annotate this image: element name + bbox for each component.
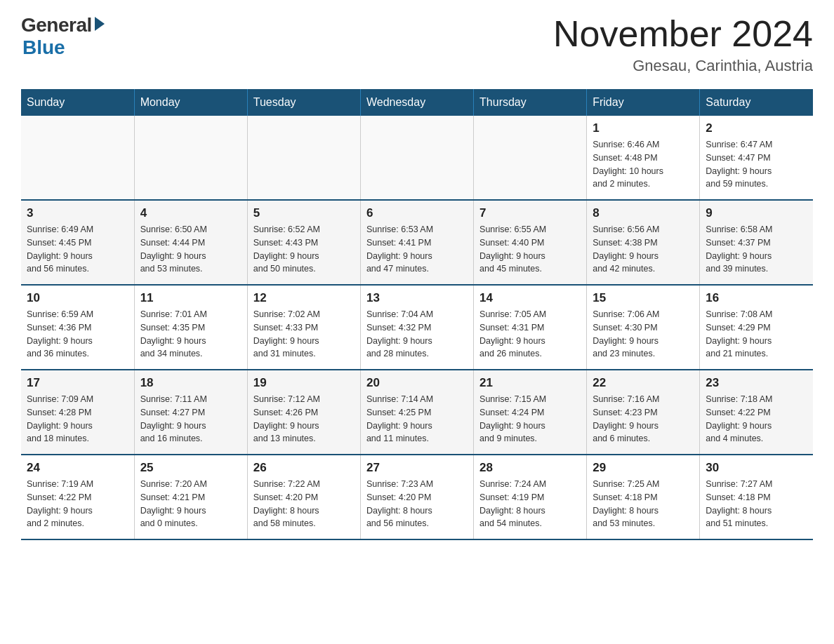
day-info: Sunrise: 6:52 AM Sunset: 4:43 PM Dayligh… [253,223,355,276]
week-row-3: 10Sunrise: 6:59 AM Sunset: 4:36 PM Dayli… [21,285,813,370]
day-info: Sunrise: 7:22 AM Sunset: 4:20 PM Dayligh… [253,478,355,530]
calendar-cell: 28Sunrise: 7:24 AM Sunset: 4:19 PM Dayli… [474,455,587,539]
day-info: Sunrise: 6:46 AM Sunset: 4:48 PM Dayligh… [593,138,694,191]
calendar-cell: 19Sunrise: 7:12 AM Sunset: 4:26 PM Dayli… [247,370,360,455]
week-row-1: 1Sunrise: 6:46 AM Sunset: 4:48 PM Daylig… [21,116,813,200]
day-info: Sunrise: 7:23 AM Sunset: 4:20 PM Dayligh… [366,478,468,530]
weekday-header-tuesday: Tuesday [247,89,360,116]
weekday-header-wednesday: Wednesday [360,89,473,116]
day-info: Sunrise: 7:27 AM Sunset: 4:18 PM Dayligh… [706,478,807,530]
day-info: Sunrise: 7:04 AM Sunset: 4:32 PM Dayligh… [366,308,468,361]
day-info: Sunrise: 7:11 AM Sunset: 4:27 PM Dayligh… [140,393,241,445]
day-number: 11 [140,291,241,305]
location-title: Gnesau, Carinthia, Austria [553,57,813,75]
day-info: Sunrise: 6:53 AM Sunset: 4:41 PM Dayligh… [366,223,468,276]
calendar-cell: 22Sunrise: 7:16 AM Sunset: 4:23 PM Dayli… [587,370,700,455]
logo-arrow-icon [95,17,105,31]
day-number: 6 [366,206,468,220]
week-row-4: 17Sunrise: 7:09 AM Sunset: 4:28 PM Dayli… [21,370,813,455]
calendar-cell: 20Sunrise: 7:14 AM Sunset: 4:25 PM Dayli… [360,370,473,455]
day-info: Sunrise: 6:47 AM Sunset: 4:47 PM Dayligh… [706,138,807,191]
day-number: 19 [253,376,355,390]
day-number: 7 [479,206,581,220]
week-row-5: 24Sunrise: 7:19 AM Sunset: 4:22 PM Dayli… [21,455,813,539]
day-info: Sunrise: 7:25 AM Sunset: 4:18 PM Dayligh… [593,478,694,530]
day-number: 14 [479,291,581,305]
weekday-header-thursday: Thursday [474,89,587,116]
weekday-header-saturday: Saturday [700,89,813,116]
day-number: 21 [479,376,581,390]
calendar-cell: 21Sunrise: 7:15 AM Sunset: 4:24 PM Dayli… [474,370,587,455]
day-info: Sunrise: 7:16 AM Sunset: 4:23 PM Dayligh… [593,393,694,445]
day-number: 15 [593,291,694,305]
calendar-cell: 13Sunrise: 7:04 AM Sunset: 4:32 PM Dayli… [360,285,473,370]
day-info: Sunrise: 6:55 AM Sunset: 4:40 PM Dayligh… [479,223,581,276]
calendar-cell: 2Sunrise: 6:47 AM Sunset: 4:47 PM Daylig… [700,116,813,200]
calendar-cell: 12Sunrise: 7:02 AM Sunset: 4:33 PM Dayli… [247,285,360,370]
weekday-header-monday: Monday [134,89,247,116]
day-number: 18 [140,376,241,390]
day-info: Sunrise: 7:02 AM Sunset: 4:33 PM Dayligh… [253,308,355,361]
logo-general-text: General [21,14,92,36]
calendar-cell: 26Sunrise: 7:22 AM Sunset: 4:20 PM Dayli… [247,455,360,539]
calendar-cell: 16Sunrise: 7:08 AM Sunset: 4:29 PM Dayli… [700,285,813,370]
title-section: November 2024 Gnesau, Carinthia, Austria [553,14,813,75]
calendar-cell [360,116,473,200]
day-number: 3 [27,206,128,220]
day-info: Sunrise: 7:20 AM Sunset: 4:21 PM Dayligh… [140,478,241,530]
day-number: 22 [593,376,694,390]
calendar-header-row: SundayMondayTuesdayWednesdayThursdayFrid… [21,89,813,116]
calendar-cell: 7Sunrise: 6:55 AM Sunset: 4:40 PM Daylig… [474,200,587,285]
day-number: 12 [253,291,355,305]
month-title: November 2024 [553,14,813,54]
calendar-table: SundayMondayTuesdayWednesdayThursdayFrid… [21,89,813,540]
day-number: 24 [27,461,128,475]
day-number: 28 [479,461,581,475]
day-number: 8 [593,206,694,220]
day-number: 23 [706,376,807,390]
day-number: 1 [593,121,694,135]
day-number: 10 [27,291,128,305]
day-info: Sunrise: 6:49 AM Sunset: 4:45 PM Dayligh… [27,223,128,276]
calendar-cell: 14Sunrise: 7:05 AM Sunset: 4:31 PM Dayli… [474,285,587,370]
day-number: 9 [706,206,807,220]
day-number: 30 [706,461,807,475]
day-number: 2 [706,121,807,135]
calendar-cell: 9Sunrise: 6:58 AM Sunset: 4:37 PM Daylig… [700,200,813,285]
calendar-cell: 3Sunrise: 6:49 AM Sunset: 4:45 PM Daylig… [21,200,134,285]
calendar-cell: 17Sunrise: 7:09 AM Sunset: 4:28 PM Dayli… [21,370,134,455]
day-number: 13 [366,291,468,305]
day-info: Sunrise: 7:05 AM Sunset: 4:31 PM Dayligh… [479,308,581,361]
day-info: Sunrise: 6:59 AM Sunset: 4:36 PM Dayligh… [27,308,128,361]
logo: General Blue [21,14,105,59]
day-info: Sunrise: 7:01 AM Sunset: 4:35 PM Dayligh… [140,308,241,361]
calendar-cell: 15Sunrise: 7:06 AM Sunset: 4:30 PM Dayli… [587,285,700,370]
day-info: Sunrise: 7:19 AM Sunset: 4:22 PM Dayligh… [27,478,128,530]
day-number: 25 [140,461,241,475]
calendar-cell: 4Sunrise: 6:50 AM Sunset: 4:44 PM Daylig… [134,200,247,285]
calendar-cell: 25Sunrise: 7:20 AM Sunset: 4:21 PM Dayli… [134,455,247,539]
day-number: 17 [27,376,128,390]
calendar-cell: 5Sunrise: 6:52 AM Sunset: 4:43 PM Daylig… [247,200,360,285]
calendar-cell: 27Sunrise: 7:23 AM Sunset: 4:20 PM Dayli… [360,455,473,539]
day-info: Sunrise: 7:18 AM Sunset: 4:22 PM Dayligh… [706,393,807,445]
day-info: Sunrise: 7:15 AM Sunset: 4:24 PM Dayligh… [479,393,581,445]
day-info: Sunrise: 6:58 AM Sunset: 4:37 PM Dayligh… [706,223,807,276]
day-info: Sunrise: 6:50 AM Sunset: 4:44 PM Dayligh… [140,223,241,276]
day-number: 16 [706,291,807,305]
calendar-cell: 24Sunrise: 7:19 AM Sunset: 4:22 PM Dayli… [21,455,134,539]
weekday-header-sunday: Sunday [21,89,134,116]
day-number: 5 [253,206,355,220]
calendar-cell: 1Sunrise: 6:46 AM Sunset: 4:48 PM Daylig… [587,116,700,200]
calendar-cell: 23Sunrise: 7:18 AM Sunset: 4:22 PM Dayli… [700,370,813,455]
day-info: Sunrise: 7:08 AM Sunset: 4:29 PM Dayligh… [706,308,807,361]
day-number: 4 [140,206,241,220]
logo-blue-text: Blue [22,36,65,59]
calendar-cell: 8Sunrise: 6:56 AM Sunset: 4:38 PM Daylig… [587,200,700,285]
day-info: Sunrise: 7:09 AM Sunset: 4:28 PM Dayligh… [27,393,128,445]
calendar-cell: 30Sunrise: 7:27 AM Sunset: 4:18 PM Dayli… [700,455,813,539]
day-info: Sunrise: 7:06 AM Sunset: 4:30 PM Dayligh… [593,308,694,361]
weekday-header-friday: Friday [587,89,700,116]
calendar-cell [474,116,587,200]
day-info: Sunrise: 7:24 AM Sunset: 4:19 PM Dayligh… [479,478,581,530]
